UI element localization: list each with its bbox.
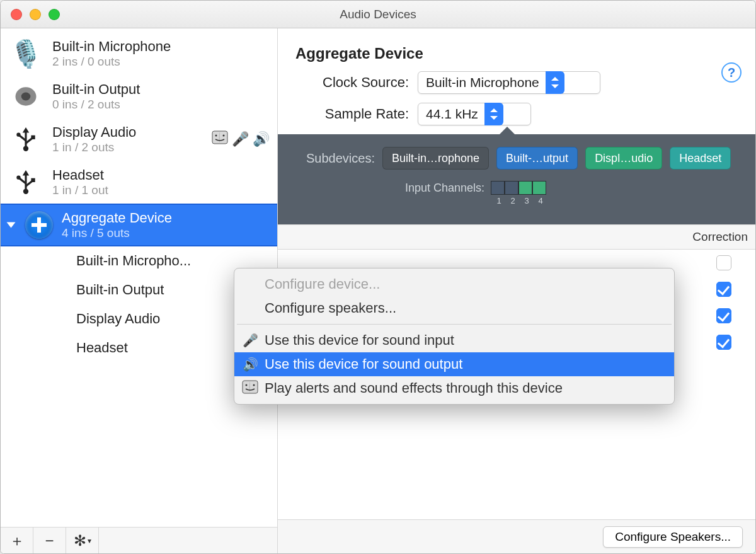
subdevices-label: Subdevices:	[293, 151, 375, 166]
svg-point-6	[16, 133, 20, 137]
finder-icon	[212, 130, 228, 148]
subdevices-panel: Subdevices: Built-in…rophone Built-…utpu…	[278, 134, 755, 224]
device-name: Built-in Output	[52, 81, 140, 98]
drift-correction-checkbox[interactable]	[716, 282, 731, 297]
drift-correction-checkbox[interactable]	[716, 335, 731, 350]
usb-icon	[8, 166, 43, 199]
device-aggregate[interactable]: Aggregate Device 4 ins / 5 outs	[1, 204, 277, 246]
menu-use-for-output[interactable]: 🔊 Use this device for sound output	[234, 352, 674, 376]
device-name: Built-in Microphone	[52, 38, 171, 55]
help-button[interactable]: ?	[721, 62, 742, 83]
device-headset[interactable]: Headset 1 in / 1 out	[1, 161, 277, 204]
chevron-down-icon: ▾	[88, 536, 91, 545]
menu-configure-device[interactable]: Configure device...	[234, 272, 674, 296]
speaker-status-icon: 🔊	[253, 131, 270, 147]
main-footer: Configure Speakers...	[278, 519, 755, 553]
device-builtin-microphone[interactable]: 🎙️ Built-in Microphone 2 ins / 0 outs	[1, 32, 277, 75]
speaker-icon: 🔊	[242, 357, 258, 372]
subdevice-chip[interactable]: Built-…utput	[496, 147, 578, 170]
svg-point-1	[21, 93, 31, 101]
gear-icon: ✻	[74, 532, 86, 550]
panel-title: Aggregate Device	[295, 45, 738, 62]
clock-source-label: Clock Source:	[295, 74, 409, 91]
channel-box	[491, 181, 505, 195]
drift-correction-checkbox[interactable]	[716, 255, 731, 270]
subdevice-chip[interactable]: Headset	[670, 147, 731, 170]
channel-box	[505, 181, 518, 195]
menu-play-alerts[interactable]: Play alerts and sound effects through th…	[234, 376, 674, 400]
device-name: Display Audio	[52, 124, 136, 141]
svg-point-20	[246, 384, 248, 386]
gear-menu-button[interactable]: ✻ ▾	[66, 528, 99, 553]
device-builtin-output[interactable]: Built-in Output 0 ins / 2 outs	[1, 75, 277, 118]
window-title: Audio Devices	[1, 8, 755, 21]
stepper-icon	[484, 103, 503, 125]
svg-point-21	[253, 384, 255, 386]
usb-icon	[8, 123, 43, 156]
device-display-audio[interactable]: Display Audio 1 in / 2 outs 🎤 🔊	[1, 118, 277, 161]
menu-use-for-input[interactable]: 🎤 Use this device for sound input	[234, 328, 674, 352]
aggregate-icon	[25, 211, 53, 239]
svg-point-11	[223, 135, 225, 137]
subdevice-chip[interactable]: Built-in…rophone	[382, 147, 489, 170]
subdevice-chip[interactable]: Displ…udio	[585, 147, 662, 170]
channel-box	[532, 181, 546, 195]
configure-speakers-button[interactable]: Configure Speakers...	[603, 526, 743, 548]
stepper-icon	[546, 71, 564, 94]
svg-rect-18	[31, 178, 35, 182]
device-io: 0 ins / 2 outs	[52, 98, 140, 112]
device-io: 4 ins / 5 outs	[62, 226, 172, 240]
device-io: 1 in / 2 outs	[52, 141, 136, 154]
disclosure-triangle-icon[interactable]	[7, 222, 16, 228]
device-name: Aggregate Device	[62, 210, 172, 226]
device-context-menu: Configure device... Configure speakers..…	[234, 268, 675, 405]
sidebar-toolbar: ＋ − ✻ ▾	[1, 527, 277, 553]
audio-midi-window: Audio Devices 🎙️ Built-in Microphone 2 i…	[0, 0, 756, 554]
titlebar: Audio Devices	[1, 1, 755, 28]
clock-source-select[interactable]: Built-in Microphone	[418, 71, 600, 94]
add-device-button[interactable]: ＋	[1, 528, 33, 553]
channel-box	[518, 181, 532, 195]
svg-marker-4	[23, 127, 30, 132]
svg-marker-14	[23, 170, 30, 175]
clock-source-value: Built-in Microphone	[426, 75, 539, 90]
channel-numbers: 1 2 3 4	[492, 196, 740, 205]
sample-rate-select[interactable]: 44.1 kHz	[418, 103, 531, 125]
finder-icon	[242, 380, 258, 397]
speaker-icon	[8, 80, 43, 113]
remove-device-button[interactable]: −	[33, 528, 66, 553]
col-correction[interactable]: Correction	[685, 225, 755, 249]
menu-configure-speakers[interactable]: Configure speakers...	[234, 296, 674, 320]
mic-status-icon: 🎤	[232, 131, 249, 147]
device-io: 2 ins / 0 outs	[52, 55, 171, 69]
sample-rate-value: 44.1 kHz	[426, 107, 478, 122]
device-name: Headset	[52, 167, 108, 183]
input-channels-label: Input Channels:	[384, 182, 484, 195]
menu-separator	[237, 324, 672, 325]
mic-icon: 🎤	[242, 333, 258, 348]
svg-rect-8	[31, 136, 35, 139]
microphone-icon: 🎙️	[8, 37, 43, 70]
device-io: 1 in / 1 out	[52, 183, 108, 197]
svg-point-16	[16, 176, 20, 180]
input-channel-grid	[491, 181, 546, 195]
drift-correction-checkbox[interactable]	[716, 308, 731, 323]
svg-point-10	[215, 135, 217, 137]
device-default-indicators: 🎤 🔊	[212, 130, 270, 148]
sample-rate-label: Sample Rate:	[295, 106, 409, 122]
